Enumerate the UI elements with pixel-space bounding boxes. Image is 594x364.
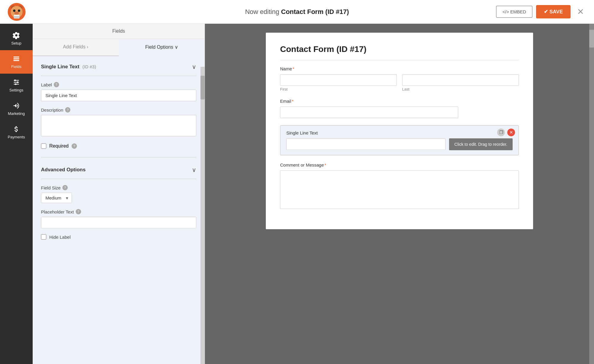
top-bar-actions: </> EMBED ✔ SAVE ✕	[496, 5, 587, 18]
sidebar-item-fields[interactable]: Fields	[0, 50, 33, 74]
description-help-icon[interactable]: ?	[65, 107, 70, 113]
field-size-select[interactable]: Small Medium Large	[41, 193, 72, 203]
placeholder-label: Placeholder Text ?	[41, 209, 196, 214]
svg-rect-10	[13, 56, 19, 57]
preview-area: Contact Form (ID #17) Name* First Last	[205, 24, 594, 364]
sidebar-item-setup[interactable]: Setup	[0, 27, 33, 50]
advanced-section: Advanced Options ∨ Field Size ? Small Me…	[41, 166, 196, 240]
field-section-id: (ID #3)	[83, 64, 96, 69]
preview-single-line-input-wrapper	[286, 138, 446, 150]
field-action-icons: ❐ ✕	[497, 129, 515, 136]
svg-point-18	[15, 83, 16, 85]
sidebar-item-payments[interactable]: Payments	[0, 121, 33, 144]
field-section-chevron[interactable]: ∨	[192, 63, 196, 70]
logo	[7, 2, 26, 21]
svg-rect-9	[14, 17, 20, 18]
preview-name-first-col: First	[280, 74, 397, 91]
label-input[interactable]	[41, 90, 196, 101]
preview-comment-field: Comment or Message*	[280, 162, 519, 210]
svg-rect-12	[13, 60, 19, 61]
preview-email-input[interactable]	[280, 107, 458, 118]
preview-email-label: Email*	[280, 99, 519, 104]
field-divider-2	[41, 157, 196, 157]
sidebar-label-settings: Settings	[10, 88, 23, 92]
field-divider-1	[41, 76, 196, 76]
field-divider-3	[41, 179, 196, 179]
placeholder-help-icon[interactable]: ?	[76, 209, 81, 214]
label-label: Label ?	[41, 82, 196, 87]
label-group: Label ?	[41, 82, 196, 101]
fields-icon	[12, 55, 20, 63]
preview-name-first-input[interactable]	[280, 74, 397, 86]
tab-options-arrow: ∨	[175, 45, 178, 50]
required-group: Required ?	[41, 143, 196, 149]
tab-field-options[interactable]: Field Options ∨	[119, 39, 205, 56]
top-bar: Now editing Contact Form (ID #17) </> EM…	[0, 0, 594, 24]
preview-single-line-field[interactable]: ❐ ✕ Single Line Text Click to edit. Drag…	[280, 125, 519, 155]
sidebar-item-marketing[interactable]: Marketing	[0, 97, 33, 121]
field-copy-button[interactable]: ❐	[497, 129, 505, 136]
preview-name-last-label: Last	[402, 87, 519, 91]
panel-scroll-thumb	[200, 76, 205, 99]
sidebar-label-marketing: Marketing	[8, 111, 25, 116]
comment-required-marker: *	[325, 162, 326, 167]
fields-panel: Fields Add Fields › Field Options ∨ Sing…	[33, 24, 205, 364]
panel-scrollbar[interactable]	[200, 67, 205, 364]
preview-name-last-col: Last	[402, 74, 519, 91]
preview-single-line-input[interactable]	[286, 138, 446, 150]
placeholder-group: Placeholder Text ?	[41, 209, 196, 228]
field-size-group: Field Size ? Small Medium Large ▼	[41, 185, 196, 203]
svg-point-14	[14, 80, 16, 81]
preview-name-last-input[interactable]	[402, 74, 519, 86]
sidebar-label-fields: Fields	[11, 64, 22, 69]
extra-checkbox-row: Hide Label	[41, 234, 196, 240]
extra-checkbox[interactable]	[41, 234, 46, 240]
field-remove-button[interactable]: ✕	[507, 129, 515, 136]
page-title: Now editing Contact Form (ID #17)	[245, 8, 349, 16]
gear-icon	[12, 31, 20, 39]
field-hint-text: Click to edit. Drag to reorder.	[449, 138, 513, 150]
dollar-icon	[12, 125, 20, 133]
sliders-icon	[12, 78, 20, 86]
label-help-icon[interactable]: ?	[54, 82, 59, 87]
svg-point-5	[18, 10, 20, 12]
preview-single-line-label: Single Line Text	[286, 130, 513, 135]
required-checkbox[interactable]	[41, 143, 46, 149]
field-section-title: Single Line Text (ID #3)	[41, 64, 96, 70]
svg-point-4	[13, 10, 15, 12]
description-group: Description ?	[41, 107, 196, 137]
close-button[interactable]: ✕	[574, 6, 587, 18]
sidebar-item-settings[interactable]: Settings	[0, 74, 33, 97]
fields-tabs: Add Fields › Field Options ∨	[33, 39, 205, 56]
advanced-title: Advanced Options	[41, 167, 86, 173]
svg-rect-8	[14, 16, 20, 17]
main-layout: Setup Fields Settings	[0, 24, 594, 364]
logo-icon	[7, 2, 26, 21]
tab-add-arrow: ›	[87, 44, 88, 49]
preview-name-first-label: First	[280, 87, 397, 91]
required-help-icon[interactable]: ?	[72, 143, 77, 149]
preview-comment-input[interactable]	[280, 170, 519, 209]
placeholder-input[interactable]	[41, 217, 196, 228]
tab-add-fields[interactable]: Add Fields ›	[33, 39, 119, 56]
extra-checkbox-label: Hide Label	[49, 235, 71, 240]
description-input[interactable]	[41, 115, 196, 136]
fields-panel-header: Fields	[33, 24, 205, 39]
fields-content[interactable]: Single Line Text (ID #3) ∨ Label ? Descr…	[33, 56, 205, 364]
preview-email-field: Email*	[280, 99, 519, 118]
description-label: Description ?	[41, 107, 196, 113]
field-size-label: Field Size ?	[41, 185, 196, 190]
preview-scrollbar[interactable]	[589, 24, 594, 364]
field-size-help-icon[interactable]: ?	[62, 185, 68, 190]
form-preview: Contact Form (ID #17) Name* First Last	[266, 33, 533, 229]
preview-comment-label: Comment or Message*	[280, 162, 519, 167]
sidebar: Setup Fields Settings	[0, 24, 33, 364]
form-preview-title: Contact Form (ID #17)	[280, 45, 519, 60]
required-label: Required	[49, 143, 69, 149]
preview-name-label: Name*	[280, 66, 519, 71]
advanced-chevron[interactable]: ∨	[192, 166, 196, 173]
preview-name-field: Name* First Last	[280, 66, 519, 91]
save-button[interactable]: ✔ SAVE	[536, 5, 571, 18]
embed-button[interactable]: </> EMBED	[496, 6, 533, 18]
svg-point-6	[14, 12, 19, 15]
